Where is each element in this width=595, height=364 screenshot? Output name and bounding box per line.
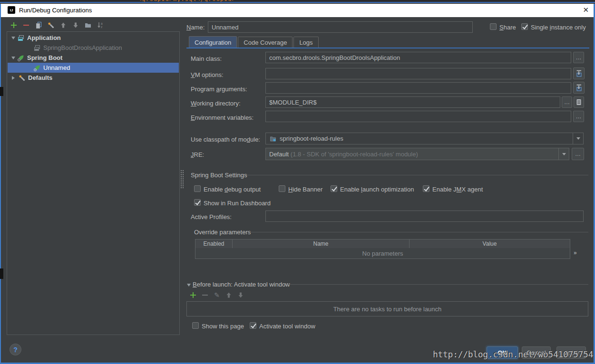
spring-boot-icon xyxy=(33,64,41,72)
enable-debug-checkbox[interactable] xyxy=(194,185,201,192)
run-dashboard-label: Show in Run Dashboard xyxy=(204,200,271,207)
before-launch-collapse-icon[interactable] xyxy=(187,284,191,287)
copy-icon[interactable] xyxy=(34,21,43,29)
vm-options-input[interactable] xyxy=(265,68,571,79)
run-dashboard-checkbox[interactable] xyxy=(194,199,201,206)
tree-item-application[interactable]: Application xyxy=(8,33,179,43)
tab-code-coverage[interactable]: Code Coverage xyxy=(238,37,293,48)
single-instance-label: Single instance only xyxy=(531,24,586,31)
group-separator xyxy=(288,284,588,285)
enable-debug-label: Enable debug output xyxy=(204,186,261,193)
sort-alphabetically-icon[interactable]: az xyxy=(96,21,105,29)
remove-icon[interactable] xyxy=(22,21,30,29)
ide-background-code: <groupId>my.sql</groupId> xyxy=(0,0,595,3)
tree-item-spring-boot[interactable]: Spring Boot xyxy=(8,53,179,63)
jmx-agent-checkbox[interactable] xyxy=(423,185,429,192)
main-class-label: Main class: xyxy=(191,55,222,62)
expand-field-icon xyxy=(575,70,583,77)
working-directory-browse-button[interactable]: … xyxy=(562,96,572,108)
add-icon[interactable] xyxy=(10,21,18,29)
chevron-right-icon[interactable] xyxy=(12,76,15,80)
override-parameters-table: Enabled Name Value No parameters xyxy=(195,239,570,259)
move-up-icon[interactable] xyxy=(225,291,233,299)
tree-item-label: Application xyxy=(27,34,61,41)
chevron-down-icon[interactable] xyxy=(558,148,569,160)
before-launch-toolbar: ✎ xyxy=(189,291,244,299)
column-enabled[interactable]: Enabled xyxy=(195,239,233,248)
hide-banner-checkbox[interactable] xyxy=(279,185,285,192)
tab-underline xyxy=(186,48,589,48)
table-header: Enabled Name Value xyxy=(195,239,570,248)
move-up-icon[interactable] xyxy=(59,21,68,29)
vm-options-label: VM options: xyxy=(191,71,224,78)
svg-text:z: z xyxy=(101,25,102,29)
table-more-button[interactable]: » xyxy=(574,249,577,256)
program-arguments-label: Program arguments: xyxy=(191,86,247,93)
tree-item-springbootdroolsapplication[interactable]: SpringBootDroolsApplication xyxy=(8,43,179,53)
chevron-down-icon[interactable] xyxy=(11,57,15,59)
main-class-browse-button[interactable]: … xyxy=(573,52,584,63)
environment-variables-browse-button[interactable]: … xyxy=(573,111,584,122)
application-icon xyxy=(33,44,41,52)
working-directory-label: Working directory: xyxy=(191,100,241,107)
before-launch-empty-list: There are no tasks to run before launch xyxy=(186,301,588,316)
remove-icon[interactable] xyxy=(201,291,209,299)
program-arguments-input[interactable] xyxy=(265,82,571,94)
main-class-input[interactable]: com.secbro.drools.SpringBootDroolsApplic… xyxy=(265,52,571,63)
add-icon[interactable] xyxy=(189,291,197,299)
jre-browse-button[interactable]: … xyxy=(572,148,584,160)
tree-item-defaults[interactable]: Defaults xyxy=(8,73,179,83)
activate-tool-window-checkbox[interactable] xyxy=(250,322,256,329)
tree-item-label: Unnamed xyxy=(43,64,70,71)
edit-settings-icon[interactable] xyxy=(47,21,55,29)
active-profiles-label: Active Profiles: xyxy=(191,213,232,220)
apply-button[interactable]: Apply xyxy=(556,346,586,359)
jre-combobox[interactable]: Default (1.8 - SDK of 'springboot-reload… xyxy=(265,148,569,160)
edit-icon[interactable]: ✎ xyxy=(213,291,221,299)
splitter-handle[interactable] xyxy=(181,170,184,188)
working-directory-input[interactable]: $MODULE_DIR$ xyxy=(265,96,560,108)
ide-stripe-notch xyxy=(0,268,3,279)
help-button[interactable]: ? xyxy=(10,344,21,355)
macros-list-icon xyxy=(575,98,583,106)
module-icon xyxy=(269,135,277,143)
share-checkbox[interactable] xyxy=(490,23,497,30)
name-input[interactable]: Unnamed xyxy=(208,21,473,33)
environment-variables-label: Environment variables: xyxy=(191,114,254,121)
tab-logs[interactable]: Logs xyxy=(293,37,318,48)
table-empty-text: No parameters xyxy=(195,248,570,259)
intellij-logo-icon: IJ xyxy=(8,6,15,14)
working-directory-macros-button[interactable] xyxy=(574,96,584,108)
tree-item-unnamed-selected[interactable]: Unnamed xyxy=(8,63,179,73)
active-profiles-input[interactable] xyxy=(265,211,584,222)
spring-boot-settings-title: Spring Boot Settings xyxy=(191,172,247,179)
close-icon[interactable]: ✕ xyxy=(583,6,589,14)
chevron-down-icon[interactable] xyxy=(11,37,15,39)
program-arguments-expand-button[interactable] xyxy=(573,82,585,94)
column-name[interactable]: Name xyxy=(233,239,410,248)
cancel-button[interactable]: Cancel xyxy=(522,346,551,359)
svg-text:a: a xyxy=(101,22,103,25)
window-border-left xyxy=(0,4,1,364)
launch-optimization-checkbox[interactable] xyxy=(331,185,337,192)
show-this-page-checkbox[interactable] xyxy=(192,322,199,329)
launch-optimization-label: Enable launch optimization xyxy=(340,186,414,193)
before-launch-title: Before launch: Activate tool window xyxy=(193,281,290,288)
move-down-icon[interactable] xyxy=(71,21,80,29)
folder-icon[interactable] xyxy=(84,21,92,29)
vm-options-expand-button[interactable] xyxy=(573,67,585,79)
show-this-page-label: Show this page xyxy=(202,323,244,330)
question-mark-icon: ? xyxy=(13,346,18,354)
tab-configuration[interactable]: Configuration xyxy=(189,36,237,48)
environment-variables-input[interactable] xyxy=(265,111,571,122)
move-down-icon[interactable] xyxy=(237,291,244,299)
module-combobox[interactable]: springboot-reload-rules xyxy=(265,133,584,144)
use-classpath-label: Use classpath of module: xyxy=(191,136,260,143)
ok-button[interactable]: OK xyxy=(487,346,518,359)
chevron-down-icon[interactable] xyxy=(573,133,583,144)
jmx-agent-label: Enable JMX agent xyxy=(432,186,483,193)
override-parameters-title: Override parameters xyxy=(194,229,251,236)
jre-label: JRE: xyxy=(191,151,204,158)
column-value[interactable]: Value xyxy=(410,239,570,248)
single-instance-checkbox[interactable] xyxy=(521,23,528,30)
